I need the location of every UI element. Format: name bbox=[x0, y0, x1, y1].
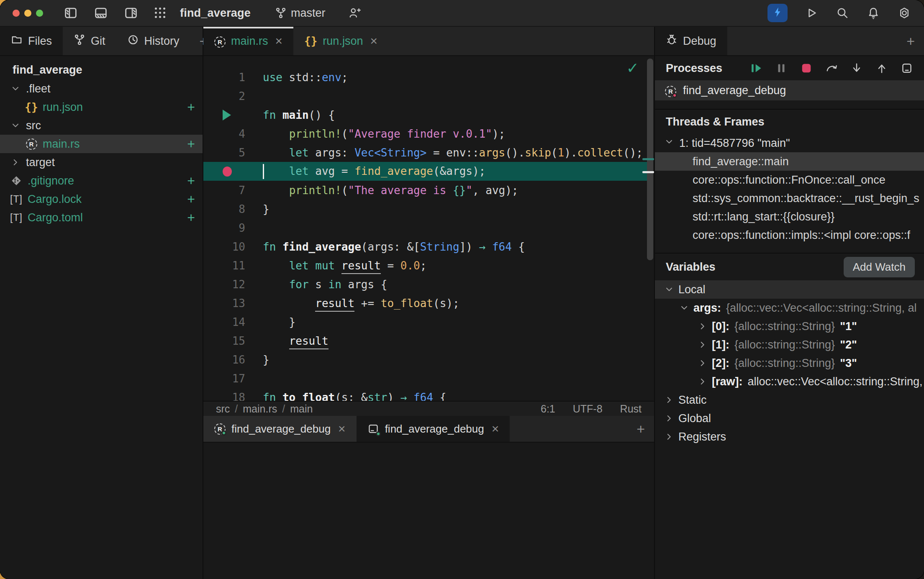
gutter-line-10[interactable]: 10 bbox=[203, 241, 251, 253]
add-debug-tab-button[interactable]: + bbox=[897, 27, 924, 55]
gutter-line-3[interactable] bbox=[203, 110, 251, 120]
add-bottom-tab-button[interactable]: + bbox=[627, 416, 654, 442]
editor-tab-run-json[interactable]: {}run.json× bbox=[293, 27, 388, 55]
add-run-config-button[interactable]: + bbox=[187, 173, 195, 189]
minimize-window-button[interactable] bbox=[24, 10, 31, 17]
step-over-button[interactable] bbox=[825, 62, 838, 74]
code-line-14[interactable]: 14 } bbox=[203, 313, 654, 331]
search-icon[interactable] bbox=[835, 6, 850, 20]
tree-item-fleet[interactable]: .fleet bbox=[0, 79, 203, 98]
var-raw[interactable]: [raw]:alloc::vec::Vec<alloc::string::Str… bbox=[655, 372, 924, 391]
var-1[interactable]: [1]:{alloc::string::String}"2" bbox=[655, 336, 924, 354]
tree-item-src[interactable]: src bbox=[0, 116, 203, 135]
gutter-line-17[interactable]: 17 bbox=[203, 372, 251, 385]
close-tab-icon[interactable]: × bbox=[275, 34, 283, 48]
tree-item-target[interactable]: target bbox=[0, 153, 203, 172]
project-root-label[interactable]: find_average bbox=[0, 60, 203, 79]
code-line-16[interactable]: 16} bbox=[203, 350, 654, 369]
restart-frame-button[interactable] bbox=[901, 62, 913, 74]
gutter-line-11[interactable]: 11 bbox=[203, 259, 251, 272]
toggle-bottom-panel-icon[interactable] bbox=[94, 6, 108, 20]
smart-mode-button[interactable] bbox=[767, 4, 788, 22]
code-line-18[interactable]: 18fn to_float(s: &str) → f64 { bbox=[203, 388, 654, 401]
bottom-tab-find-average-debug-0[interactable]: Rfind_average_debug× bbox=[203, 416, 357, 442]
code-line-13[interactable]: 13 result += to_float(s); bbox=[203, 294, 654, 313]
code-line-4[interactable]: 4 println!("Average finder v.0.1"); bbox=[203, 124, 654, 143]
close-tab-icon[interactable]: × bbox=[492, 422, 499, 436]
var-group-static[interactable]: Static bbox=[655, 391, 924, 409]
zoom-window-button[interactable] bbox=[36, 10, 43, 17]
tree-item-run-json[interactable]: {}run.json+ bbox=[0, 98, 203, 116]
caret-position[interactable]: 6:1 bbox=[541, 403, 555, 415]
debug-console-output[interactable] bbox=[203, 443, 654, 579]
var-0[interactable]: [0]:{alloc::string::String}"1" bbox=[655, 317, 924, 336]
code-line-12[interactable]: 12 for s in args { bbox=[203, 275, 654, 294]
frame-std-rt-lang-start-closure[interactable]: std::rt::lang_start::{{closure}} bbox=[655, 208, 924, 226]
run-icon[interactable] bbox=[804, 6, 819, 20]
breadcrumb[interactable]: src/main.rs/main bbox=[216, 403, 313, 415]
tree-item-main-rs[interactable]: Rmain.rs+ bbox=[0, 135, 203, 153]
tab-git[interactable]: Git bbox=[63, 27, 116, 55]
close-tab-icon[interactable]: × bbox=[370, 34, 377, 48]
frame-find-average-main[interactable]: find_average::main bbox=[655, 152, 924, 171]
step-out-button[interactable] bbox=[875, 62, 888, 74]
gutter-line-2[interactable]: 2 bbox=[203, 90, 251, 102]
bell-icon[interactable] bbox=[866, 6, 880, 20]
file-language[interactable]: Rust bbox=[620, 403, 642, 415]
gutter-line-12[interactable]: 12 bbox=[203, 278, 251, 291]
tab-files[interactable]: Files bbox=[0, 27, 63, 55]
breakpoint-icon[interactable] bbox=[223, 167, 232, 177]
settings-gear-icon[interactable] bbox=[897, 6, 911, 20]
add-run-config-button[interactable]: + bbox=[187, 192, 195, 207]
close-tab-icon[interactable]: × bbox=[338, 422, 346, 436]
gutter-line-18[interactable]: 18 bbox=[203, 391, 251, 401]
gutter-line-16[interactable]: 16 bbox=[203, 354, 251, 366]
add-run-config-button[interactable]: + bbox=[187, 100, 195, 115]
editor-tab-main-rs[interactable]: Rmain.rs× bbox=[203, 27, 293, 55]
gutter-line-4[interactable]: 4 bbox=[203, 128, 251, 140]
var-2[interactable]: [2]:{alloc::string::String}"3" bbox=[655, 354, 924, 372]
gutter-line-9[interactable]: 9 bbox=[203, 222, 251, 234]
code-line-1[interactable]: 1use std::env; bbox=[203, 68, 654, 87]
gutter-line-8[interactable]: 8 bbox=[203, 203, 251, 215]
code-line-7[interactable]: 7 println!("The average is {}", avg); bbox=[203, 181, 654, 200]
tab-debug[interactable]: Debug bbox=[655, 27, 727, 55]
tree-item-cargo-lock[interactable]: [T]Cargo.lock+ bbox=[0, 190, 203, 208]
tree-item-gitignore[interactable]: .gitignore+ bbox=[0, 172, 203, 190]
code-line-6[interactable]: let avg = find_average(&args); bbox=[203, 162, 647, 181]
code-line-3[interactable]: fn main() { bbox=[203, 105, 654, 124]
toggle-left-panel-icon[interactable] bbox=[64, 6, 78, 20]
tree-item-cargo-toml[interactable]: [T]Cargo.toml+ bbox=[0, 208, 203, 227]
close-window-button[interactable] bbox=[13, 10, 20, 17]
var-group-global[interactable]: Global bbox=[655, 409, 924, 428]
tab-history[interactable]: History bbox=[116, 27, 190, 55]
git-branch-widget[interactable]: master bbox=[275, 6, 326, 20]
file-encoding[interactable]: UTF-8 bbox=[573, 403, 603, 415]
gutter-line-14[interactable]: 14 bbox=[203, 316, 251, 328]
pause-button[interactable] bbox=[775, 62, 788, 74]
resume-button[interactable] bbox=[750, 62, 762, 74]
code-line-11[interactable]: 11 let mut result = 0.0; bbox=[203, 256, 654, 275]
var-args[interactable]: args:{alloc::vec::Vec<alloc::string::Str… bbox=[655, 299, 924, 317]
workspace-grid-icon[interactable] bbox=[155, 8, 166, 18]
gutter-line-7[interactable]: 7 bbox=[203, 184, 251, 197]
thread-row[interactable]: 1: tid=4587796 "main" bbox=[655, 134, 924, 152]
process-find-average-debug[interactable]: Rfind_average_debug bbox=[655, 80, 924, 100]
frame-core-ops-function-fnonce-call-once[interactable]: core::ops::function::FnOnce::call_once bbox=[655, 171, 924, 189]
var-group-local[interactable]: Local bbox=[655, 280, 924, 299]
add-run-config-button[interactable]: + bbox=[187, 136, 195, 152]
code-editor[interactable]: 1use std::env;2fn main() {4 println!("Av… bbox=[203, 56, 654, 401]
toggle-right-panel-icon[interactable] bbox=[124, 6, 138, 20]
code-line-2[interactable]: 2 bbox=[203, 87, 654, 105]
step-into-button[interactable] bbox=[850, 62, 863, 74]
add-watch-button[interactable]: Add Watch bbox=[844, 257, 915, 277]
frame-std-sys-common-backtrace-rust-begin-s[interactable]: std::sys_common::backtrace::__rust_begin… bbox=[655, 189, 924, 208]
gutter-line-13[interactable]: 13 bbox=[203, 297, 251, 310]
code-line-10[interactable]: 10fn find_average(args: &[String]) → f64… bbox=[203, 237, 654, 256]
code-line-8[interactable]: 8} bbox=[203, 200, 654, 218]
gutter-line-1[interactable]: 1 bbox=[203, 71, 251, 84]
code-line-5[interactable]: 5 let args: Vec<String> = env::args().sk… bbox=[203, 143, 654, 162]
code-line-9[interactable]: 9 bbox=[203, 218, 654, 237]
code-line-17[interactable]: 17 bbox=[203, 369, 654, 388]
gutter-line-6[interactable] bbox=[203, 167, 251, 177]
